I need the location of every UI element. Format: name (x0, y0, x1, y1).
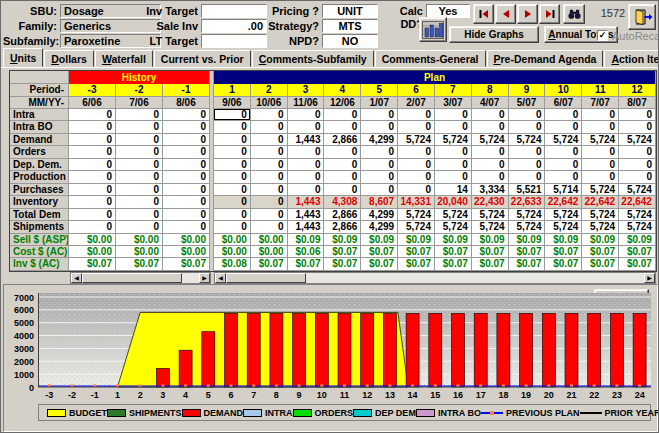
grid-cell[interactable]: 0 (398, 171, 435, 183)
grid-cell[interactable]: $0.09 (619, 234, 656, 246)
grid-cell[interactable]: 5,724 (398, 209, 435, 221)
grid-cell[interactable]: 22,642 (545, 196, 582, 208)
grid-cell[interactable]: 0 (324, 184, 361, 196)
grid-cell[interactable]: 5,724 (582, 184, 619, 196)
grid-cell[interactable]: 4,299 (361, 209, 398, 221)
grid-cell[interactable]: 0 (545, 121, 582, 133)
grid-cell[interactable]: 0 (619, 109, 656, 121)
grid-cell[interactable]: 0 (398, 184, 435, 196)
strategy-field[interactable]: MTS (322, 19, 378, 33)
grid-cell[interactable]: 0 (251, 221, 288, 233)
calc-dd-field[interactable]: Yes (426, 4, 470, 18)
grid-cell[interactable]: $0.07 (361, 258, 398, 270)
grid-cell[interactable]: 0 (251, 171, 288, 183)
grid-cell[interactable]: 0 (251, 134, 288, 146)
grid-cell[interactable]: 0 (214, 134, 251, 146)
grid-cell[interactable]: 0 (619, 121, 656, 133)
grid-cell[interactable]: $0.09 (509, 234, 546, 246)
grid-cell[interactable]: 0 (582, 121, 619, 133)
grid-cell[interactable]: $0.06 (288, 246, 325, 258)
grid-cell[interactable]: 0 (69, 171, 116, 183)
tab-units[interactable]: Units (3, 48, 43, 67)
grid-cell[interactable]: $0.00 (116, 234, 163, 246)
grid-cell[interactable]: 0 (163, 159, 210, 171)
grid-cell[interactable]: 1,443 (288, 209, 325, 221)
grid-cell[interactable]: 0 (472, 171, 509, 183)
grid-cell[interactable]: 5,724 (435, 209, 472, 221)
grid-cell[interactable]: $0.07 (288, 258, 325, 270)
grid-cell[interactable]: 0 (163, 209, 210, 221)
grid-cell[interactable]: $0.07 (163, 258, 210, 270)
tab-dollars[interactable]: Dollars (44, 50, 94, 67)
grid-cell[interactable]: 1,443 (288, 134, 325, 146)
grid-cell[interactable]: 0 (509, 146, 546, 158)
grid-cell[interactable]: 0 (251, 109, 288, 121)
grid-cell[interactable]: 0 (214, 159, 251, 171)
grid-cell[interactable]: 0 (163, 146, 210, 158)
grid-cell[interactable]: 0 (582, 171, 619, 183)
grid-cell[interactable]: 5,724 (472, 221, 509, 233)
grid-cell[interactable]: 0 (69, 221, 116, 233)
grid-cell[interactable]: 0 (163, 121, 210, 133)
grid-cell[interactable]: 0 (619, 159, 656, 171)
grid-cell[interactable]: $0.07 (472, 258, 509, 270)
grid-cell[interactable]: 0 (324, 121, 361, 133)
grid-cell[interactable]: $0.07 (435, 258, 472, 270)
grid-cell[interactable]: 0 (69, 184, 116, 196)
grid-cell[interactable]: 0 (288, 109, 325, 121)
grid-cell[interactable]: 5,724 (398, 221, 435, 233)
grid-cell[interactable]: 0 (251, 196, 288, 208)
grid-cell[interactable]: 0 (116, 184, 163, 196)
grid-cell[interactable]: $0.00 (116, 246, 163, 258)
grid-cell[interactable]: 0 (361, 109, 398, 121)
grid-cell[interactable]: 5,521 (509, 184, 546, 196)
grid-cell[interactable]: 0 (435, 121, 472, 133)
grid-cell[interactable]: 5,724 (435, 221, 472, 233)
grid-cell[interactable]: 22,430 (472, 196, 509, 208)
tab-comments-subfamily[interactable]: Comments-Subfamily (252, 50, 374, 67)
sale-inv-field[interactable]: .00 (201, 19, 267, 33)
grid-cell[interactable]: 0 (251, 209, 288, 221)
grid-cell[interactable]: 0 (116, 159, 163, 171)
grid-cell[interactable]: 5,724 (582, 221, 619, 233)
grid-cell[interactable]: 5,724 (545, 221, 582, 233)
grid-cell[interactable]: 0 (545, 109, 582, 121)
grid-cell[interactable]: 0 (324, 146, 361, 158)
plan-scrollbar[interactable]: ◀ ▶ (214, 272, 656, 284)
graph-settings-button[interactable] (419, 17, 447, 42)
history-scrollbar-thumb[interactable] (82, 273, 182, 283)
grid-cell[interactable]: 0 (288, 146, 325, 158)
grid-cell[interactable]: 0 (582, 159, 619, 171)
grid-cell[interactable]: 0 (163, 221, 210, 233)
grid-cell[interactable]: 14,331 (398, 196, 435, 208)
grid-cell[interactable]: 1,443 (288, 196, 325, 208)
grid-cell[interactable]: 0 (163, 171, 210, 183)
grid-cell[interactable]: $0.00 (251, 246, 288, 258)
grid-cell[interactable]: $0.07 (619, 258, 656, 270)
prev-record-button[interactable] (495, 4, 516, 24)
grid-cell[interactable]: 0 (619, 146, 656, 158)
grid-cell[interactable]: $0.07 (545, 258, 582, 270)
inv-target-field[interactable] (201, 4, 267, 18)
grid-cell[interactable]: 5,724 (582, 209, 619, 221)
grid-cell[interactable]: 5,724 (509, 134, 546, 146)
grid-cell[interactable]: 0 (545, 146, 582, 158)
grid-cell[interactable]: 0 (116, 109, 163, 121)
grid-cell[interactable]: $0.07 (116, 258, 163, 270)
pricing-field[interactable]: UNIT (322, 4, 378, 18)
grid-cell[interactable]: $0.00 (163, 246, 210, 258)
grid-cell[interactable]: 0 (116, 221, 163, 233)
grid-cell[interactable]: $0.09 (582, 234, 619, 246)
grid-cell[interactable]: $0.09 (398, 234, 435, 246)
grid-cell[interactable]: 0 (116, 146, 163, 158)
tab-waterfall[interactable]: Waterfall (95, 50, 153, 67)
scroll-left-icon[interactable]: ◀ (215, 273, 226, 283)
grid-cell[interactable]: 0 (163, 134, 210, 146)
grid-cell[interactable]: $0.00 (214, 246, 251, 258)
grid-cell[interactable]: $0.09 (288, 234, 325, 246)
grid-cell[interactable]: 5,724 (582, 134, 619, 146)
grid-cell[interactable]: 0 (163, 109, 210, 121)
grid-cell[interactable]: 0 (324, 159, 361, 171)
grid-cell[interactable]: 5,724 (619, 209, 656, 221)
lt-target-field[interactable] (201, 34, 267, 48)
